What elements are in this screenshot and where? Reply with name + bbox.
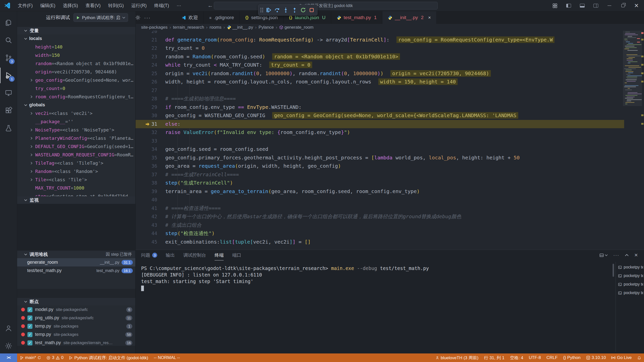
search-view-icon[interactable]	[0, 32, 17, 48]
scope-row-globals[interactable]: globals	[17, 101, 135, 109]
variable-row[interactable]: width = 150	[17, 51, 135, 59]
terminal-session-item[interactable]: pocketpy te…	[618, 280, 643, 289]
tab-.gdignore[interactable]: ≡.gdignore	[204, 11, 240, 24]
code-line-32[interactable]: 32 raise ValueError(f"Invalid env type: …	[136, 128, 624, 137]
variables-section-header[interactable]: 变量	[17, 27, 135, 34]
panel-close-icon[interactable]: ✕	[634, 252, 638, 258]
git-branch-item[interactable]: main*	[17, 353, 44, 362]
code-line-34[interactable]: 34 geo_config.seed = room_config.seed	[136, 145, 624, 154]
breakpoint-checkbox[interactable]: ✓	[27, 315, 32, 321]
git-blame-item[interactable]: blueloveTH (3 周前)	[433, 353, 481, 362]
breadcrumb[interactable]: site-packages›terrain_research›rooms›__i…	[136, 24, 644, 31]
variable-row[interactable]: room_config = RoomRequestConfig(env_t…	[17, 93, 135, 101]
variable-row[interactable]: step = <function step at 0x1bf8d716d…	[17, 192, 135, 196]
breadcrumb-item[interactable]: rooms	[210, 25, 221, 30]
run-debug-icon[interactable]: 1	[0, 68, 17, 83]
panel-maximize-icon[interactable]	[625, 254, 629, 256]
code-line-40[interactable]: 40	[136, 196, 624, 204]
variable-row[interactable]: DEFAULT_GEO_CONFIG = GeoConfig(seed=1…	[17, 142, 135, 151]
breadcrumb-item[interactable]: __init__.py	[227, 25, 253, 30]
panel-tab-端口[interactable]: 端口	[232, 250, 241, 260]
breadcrumb-item[interactable]: generate_room	[279, 25, 313, 30]
debug-settings-gear-icon[interactable]	[135, 15, 141, 20]
encoding-item[interactable]: UTF-8	[526, 353, 544, 362]
debug-restart-button[interactable]	[300, 6, 307, 14]
breakpoint-row[interactable]: ✓png_utils.pysite-packages\wfc11	[17, 314, 135, 322]
breakpoint-checkbox[interactable]: ✓	[27, 324, 32, 329]
code-line-20[interactable]: 20	[136, 31, 624, 36]
code-line-33[interactable]: 33	[136, 137, 624, 145]
eol-item[interactable]: CRLF	[544, 353, 560, 362]
menu-文件(F)[interactable]: 文件(F)	[14, 3, 36, 8]
code-line-29[interactable]: 29 if room_config.env_type == EnvType.WA…	[136, 103, 624, 112]
terminal-session-item[interactable]: pocketpy te…	[618, 289, 643, 297]
variable-row[interactable]: height = 140	[17, 43, 135, 51]
code-line-38[interactable]: 38 step("生成TerrainCell")	[136, 179, 624, 187]
code-line-23[interactable]: 23 random = Random(room_config.seed)rand…	[136, 53, 624, 61]
code-line-30[interactable]: 30 geo_config = WASTELAND_GEO_CONFIGgeo_…	[136, 111, 624, 120]
code-line-36[interactable]: 36 geo_area = request_area(origin, width…	[136, 162, 624, 170]
debug-step-into-button[interactable]	[282, 6, 289, 14]
code-line-27[interactable]: 27	[136, 86, 624, 95]
breakpoints-section-header[interactable]: 断点	[17, 298, 135, 305]
command-center-search[interactable]: [扩展开发宿主] godot-ldtk	[214, 2, 438, 10]
panel-more-actions-icon[interactable]: ···	[613, 253, 619, 258]
variable-row[interactable]: geo_config = GeoConfig(seed=None, wor…	[17, 76, 135, 84]
breakpoint-checkbox[interactable]: ✓	[27, 340, 32, 345]
variable-row[interactable]: NoiseType = <class 'NoiseType'>	[17, 126, 135, 134]
menu-···[interactable]: ···	[173, 3, 185, 8]
code-line-37[interactable]: 37 # ====生成TerrainCell====	[136, 170, 624, 179]
breakpoint-row[interactable]: ✓model.pysite-packages\wfc6	[17, 305, 135, 314]
breakpoint-row[interactable]: ✓temp.pysite-packages1	[17, 322, 135, 330]
window-close-button[interactable]: ✕	[631, 0, 642, 11]
code-line-43[interactable]: 43 # 生成出口组合	[136, 221, 624, 230]
source-control-icon[interactable]: 3	[0, 50, 17, 66]
terminal-output[interactable]: PS C:\computer_science\godot-ldtk\site-p…	[141, 265, 609, 291]
code-line-35[interactable]: 35 geo_config.primary_forces.geothermal_…	[136, 154, 624, 162]
panel-tab-终端[interactable]: 终端	[215, 250, 224, 260]
scope-row-locals[interactable]: locals	[17, 34, 135, 43]
terminal-session-item[interactable]: pocketpy te…	[618, 272, 643, 280]
panel-tab-输出[interactable]: 输出	[166, 250, 175, 260]
breakpoint-row[interactable]: ✓temp.pysite-packages58	[17, 330, 135, 339]
panel-tab-调试控制台[interactable]: 调试控制台	[183, 250, 206, 260]
tab-欢迎[interactable]: 欢迎	[176, 11, 204, 24]
debug-stop-button[interactable]	[308, 6, 315, 14]
breakpoint-row[interactable]: ✓test_math.pysite-packages\terrain_res…1…	[17, 339, 135, 346]
panel-layout-icon[interactable]	[599, 253, 608, 257]
nav-back-icon[interactable]: ←	[208, 2, 213, 9]
views-more-actions-icon[interactable]: ···	[144, 15, 151, 21]
menu-编辑(E)[interactable]: 编辑(E)	[36, 3, 59, 8]
code-line-25[interactable]: 25 origin = vec2i(random.randint(0, 1000…	[136, 69, 624, 78]
variable-row[interactable]: Tile = <class 'Tile'>	[17, 175, 135, 184]
code-area[interactable]: 2021def generate_room(room_config: RoomR…	[136, 31, 624, 250]
breadcrumb-item[interactable]: Pylance	[259, 25, 274, 30]
debug-continue-button[interactable]	[265, 6, 272, 14]
variable-row[interactable]: origin = vec2i(7205730, 9024468)	[17, 68, 135, 76]
remote-explorer-icon[interactable]	[0, 85, 17, 101]
variable-row[interactable]: __package__ = ''	[17, 117, 135, 126]
window-minimize-button[interactable]	[604, 0, 615, 11]
code-line-41[interactable]: 41 # ====检查连通性====	[136, 204, 624, 213]
variable-row[interactable]: try_count = 0	[17, 84, 135, 93]
terminal-session-item[interactable]: pocketpy te…	[618, 263, 643, 272]
tab-test_math.py[interactable]: test_math.py1	[331, 11, 382, 24]
toggle-secondary-sidebar-icon[interactable]	[590, 0, 601, 11]
breakpoint-checkbox[interactable]: ✓	[27, 332, 32, 337]
breadcrumb-item[interactable]: site-packages	[141, 25, 168, 30]
menu-选择(S)[interactable]: 选择(S)	[59, 3, 82, 8]
code-line-45[interactable]: 45 exit_combinations:list[tuple[vec2i, v…	[136, 238, 624, 246]
variable-row[interactable]: TileTag = <class 'TileTag'>	[17, 159, 135, 167]
start-debug-icon[interactable]	[76, 16, 80, 20]
notifications-bell-icon[interactable]	[634, 353, 644, 362]
toggle-panel-icon[interactable]	[577, 0, 588, 11]
testing-icon[interactable]	[0, 120, 17, 136]
account-icon[interactable]	[0, 321, 17, 336]
watch-section-header[interactable]: 监视	[17, 196, 135, 204]
breakpoint-checkbox[interactable]: ✓	[27, 307, 32, 312]
breadcrumb-item[interactable]: terrain_research	[173, 25, 204, 30]
variable-row[interactable]: WASTELAND_ROOM_REQUEST_CONFIG = RoomR…	[17, 151, 135, 159]
menu-查看(V)[interactable]: 查看(V)	[82, 3, 104, 8]
code-line-26[interactable]: 26 width, height = room_config.layout.n_…	[136, 78, 624, 86]
variable-row[interactable]: Random = <class 'Random'>	[17, 167, 135, 175]
